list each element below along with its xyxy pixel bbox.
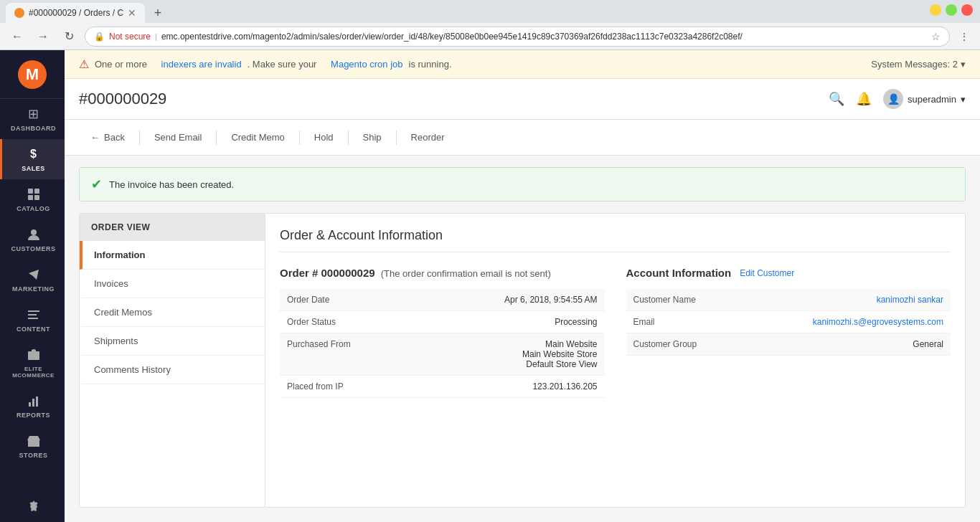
indexers-link[interactable]: indexers are invalid xyxy=(161,59,242,70)
sidebar-item-content[interactable]: CONTENT xyxy=(0,300,65,340)
order-status-value: Processing xyxy=(426,311,605,333)
extensions-button[interactable]: ⋮ xyxy=(956,28,973,45)
customer-group-label: Customer Group xyxy=(626,333,773,356)
sales-icon: $ xyxy=(26,146,42,162)
marketing-icon xyxy=(26,267,42,283)
toolbar-separator xyxy=(348,130,349,145)
purchased-from-value: Main Website Main Website Store Default … xyxy=(426,333,605,376)
sidebar-item-label: REPORTS xyxy=(17,412,50,419)
sidebar-item-marketing[interactable]: MARKETING xyxy=(0,260,65,300)
sidebar-item-reports[interactable]: REPORTS xyxy=(0,386,65,426)
sidebar-item-settings[interactable] xyxy=(0,492,65,522)
reports-icon xyxy=(26,393,42,409)
order-date-label: Order Date xyxy=(280,289,426,311)
svg-rect-3 xyxy=(34,195,39,200)
sidebar-item-elite-mcommerce[interactable]: ELITE MCOMMERCE xyxy=(0,340,65,386)
order-nav-item-shipments[interactable]: Shipments xyxy=(80,327,265,356)
send-email-button[interactable]: Send Email xyxy=(143,126,213,148)
sidebar-item-dashboard[interactable]: ⊞ DASHBOARD xyxy=(0,99,65,139)
back-arrow-icon: ← xyxy=(90,132,100,143)
forward-button[interactable]: → xyxy=(33,27,53,47)
cron-job-link[interactable]: Magento cron job xyxy=(331,59,402,70)
stores-icon xyxy=(26,433,42,449)
search-icon[interactable]: 🔍 xyxy=(829,91,844,107)
edit-customer-link[interactable]: Edit Customer xyxy=(740,268,794,278)
reorder-button[interactable]: Reorder xyxy=(400,126,456,148)
placed-from-ip-value: 123.201.136.205 xyxy=(426,376,605,398)
sidebar-item-sales[interactable]: $ SALES xyxy=(0,139,65,179)
purchased-from-label: Purchased From xyxy=(280,333,426,376)
table-row: Customer Name kanimozhi sankar xyxy=(626,289,951,311)
page-header: #000000029 🔍 🔔 👤 superadmin ▾ xyxy=(65,79,980,120)
user-menu[interactable]: 👤 superadmin ▾ xyxy=(883,89,966,109)
table-row: Email kanimozhi.s@egrovesystems.com xyxy=(626,311,951,333)
tab-title: #000000029 / Orders / C xyxy=(29,8,123,18)
order-detail-title: Order & Account Information xyxy=(280,228,951,252)
svg-rect-0 xyxy=(28,189,33,194)
svg-rect-5 xyxy=(28,310,39,312)
new-tab-button[interactable]: + xyxy=(148,3,168,23)
email-value: kanimozhi.s@egrovesystems.com xyxy=(772,311,951,333)
account-info-table: Customer Name kanimozhi sankar Email kan… xyxy=(626,289,951,356)
credit-memo-button[interactable]: Credit Memo xyxy=(220,126,296,148)
order-nav-item-invoices[interactable]: Invoices xyxy=(80,270,265,298)
order-nav-item-comments-history[interactable]: Comments History xyxy=(80,356,265,384)
browser-chrome: #000000029 / Orders / C ✕ + ← → ↻ 🔒 Not … xyxy=(0,0,980,50)
svg-rect-12 xyxy=(28,440,39,447)
toolbar-separator xyxy=(139,130,140,145)
user-chevron-icon: ▾ xyxy=(961,94,966,105)
tab-favicon xyxy=(14,8,24,18)
window-minimize-button[interactable] xyxy=(930,4,941,16)
tab-close-button[interactable]: ✕ xyxy=(128,7,136,19)
back-button[interactable]: ← xyxy=(7,27,27,47)
toolbar-separator xyxy=(396,130,397,145)
customer-name-value: kanimozhi sankar xyxy=(772,289,951,311)
success-message-banner: ✔ The invoice has been created. xyxy=(79,167,966,201)
bookmark-icon[interactable]: ☆ xyxy=(931,31,941,42)
sidebar-item-label: ELITE MCOMMERCE xyxy=(6,366,61,379)
ship-button[interactable]: Ship xyxy=(352,126,393,148)
account-info-header: Account Information Edit Customer xyxy=(626,267,951,279)
svg-rect-1 xyxy=(34,189,39,194)
success-message-text: The invoice has been created. xyxy=(109,179,234,190)
sidebar-item-catalog[interactable]: CATALOG xyxy=(0,179,65,219)
sidebar-item-label: STORES xyxy=(19,452,48,459)
address-bar[interactable]: 🔒 Not secure | emc.opentestdrive.com/mag… xyxy=(85,27,950,47)
window-maximize-button[interactable] xyxy=(946,4,957,16)
account-info-title: Account Information xyxy=(626,267,732,279)
order-nav-item-credit-memos[interactable]: Credit Memos xyxy=(80,298,265,327)
order-nav-item-information[interactable]: Information xyxy=(80,241,265,270)
refresh-button[interactable]: ↻ xyxy=(59,27,79,47)
svg-rect-11 xyxy=(36,397,38,407)
toolbar-separator xyxy=(299,130,300,145)
order-status-label: Order Status xyxy=(280,311,426,333)
order-detail: Order & Account Information Order # 0000… xyxy=(265,213,966,508)
system-message-banner: ⚠ One or more indexers are invalid. Make… xyxy=(65,50,980,79)
account-info-section: Account Information Edit Customer Custom… xyxy=(626,267,951,398)
sidebar-item-customers[interactable]: CUSTOMERS xyxy=(0,219,65,260)
sidebar: M ⊞ DASHBOARD $ SALES CATALOG xyxy=(0,50,65,522)
order-info-table: Order Date Apr 6, 2018, 9:54:55 AM Order… xyxy=(280,289,605,398)
back-button[interactable]: ← Back xyxy=(79,126,136,148)
table-row: Order Status Processing xyxy=(280,311,605,333)
sidebar-item-stores[interactable]: STORES xyxy=(0,426,65,466)
placed-from-ip-label: Placed from IP xyxy=(280,376,426,398)
notifications-icon[interactable]: 🔔 xyxy=(856,91,872,107)
app-layout: M ⊞ DASHBOARD $ SALES CATALOG xyxy=(0,50,980,522)
window-close-button[interactable] xyxy=(961,4,973,16)
table-row: Order Date Apr 6, 2018, 9:54:55 AM xyxy=(280,289,605,311)
security-label: Not secure xyxy=(109,32,151,42)
svg-point-4 xyxy=(31,229,37,235)
system-messages-button[interactable]: System Messages: 2 ▾ xyxy=(871,59,966,70)
settings-icon xyxy=(26,499,42,515)
customer-group-value: General xyxy=(772,333,951,356)
hold-button[interactable]: Hold xyxy=(303,126,345,148)
sidebar-logo: M xyxy=(0,50,65,99)
table-row: Customer Group General xyxy=(626,333,951,356)
active-tab[interactable]: #000000029 / Orders / C ✕ xyxy=(6,3,145,23)
sidebar-item-label: SALES xyxy=(22,165,45,172)
warning-icon: ⚠ xyxy=(79,57,89,71)
toolbar-separator xyxy=(216,130,217,145)
sidebar-item-label: DASHBOARD xyxy=(11,125,56,132)
order-body: ORDER VIEW Information Invoices Credit M… xyxy=(65,213,980,522)
